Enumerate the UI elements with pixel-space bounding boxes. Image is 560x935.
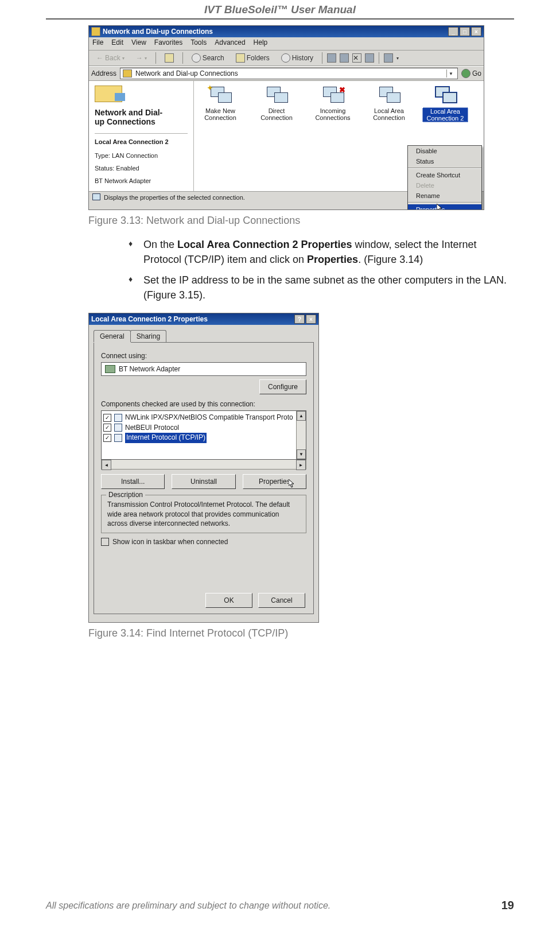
- search-button[interactable]: Search: [188, 52, 228, 64]
- menu-help[interactable]: Help: [254, 38, 268, 49]
- install-button[interactable]: Install...: [101, 474, 165, 489]
- back-button[interactable]: ←Back▾: [92, 53, 129, 63]
- ctx-status[interactable]: Status: [408, 156, 481, 166]
- history-button[interactable]: History: [277, 52, 317, 64]
- checkbox-icon[interactable]: ✓: [103, 424, 111, 432]
- connection-lac[interactable]: Local Area Connection: [366, 86, 412, 121]
- menu-view[interactable]: View: [131, 38, 146, 49]
- ctx-create-shortcut[interactable]: Create Shortcut: [408, 170, 481, 180]
- description-group: Description Transmission Control Protoco…: [101, 495, 306, 533]
- address-input[interactable]: Network and Dial-up Connections ▼: [120, 68, 458, 79]
- scroll-right-icon[interactable]: ►: [296, 460, 306, 470]
- maximize-icon[interactable]: □: [460, 27, 470, 36]
- components-label: Components checked are used by this conn…: [101, 400, 306, 408]
- dialog-title: Local Area Connection 2 Properties: [91, 315, 208, 323]
- undo-icon[interactable]: [365, 53, 374, 63]
- toolbar: ←Back▾ →▾ Search Folders History ✕ ▾: [89, 51, 484, 66]
- go-button[interactable]: Go: [461, 69, 481, 78]
- up-button[interactable]: [161, 52, 178, 64]
- tool-icon-2[interactable]: [340, 53, 349, 63]
- page-number: 19: [501, 899, 514, 912]
- tool-icon-1[interactable]: [327, 53, 336, 63]
- scroll-up-icon[interactable]: ▲: [297, 411, 306, 421]
- connection-direct[interactable]: Direct Connection: [254, 86, 300, 121]
- menu-tools[interactable]: Tools: [190, 38, 207, 49]
- page-header: IVT BlueSoleil™ User Manual: [46, 0, 514, 18]
- show-icon-label: Show icon in taskbar when connected: [112, 538, 228, 546]
- tab-sharing[interactable]: Sharing: [130, 330, 166, 342]
- figure-network-window: Network and Dial-up Connections _ □ × Fi…: [88, 25, 484, 210]
- footer-text: All specifications are preliminary and s…: [46, 901, 330, 911]
- dialog-titlebar[interactable]: Local Area Connection 2 Properties ? ×: [89, 313, 318, 325]
- wizard-star-icon: ✦: [207, 83, 213, 92]
- ctx-rename[interactable]: Rename: [408, 191, 481, 201]
- connection-lac2[interactable]: Local Area Connection 2: [422, 86, 468, 122]
- show-icon-checkbox[interactable]: Show icon in taskbar when connected: [101, 538, 306, 546]
- sidebar-adapter: BT Network Adapter: [95, 177, 188, 184]
- protocol-icon: [114, 424, 122, 432]
- connection-icon: [92, 193, 100, 201]
- bullet-list: On the Local Area Connection 2 Propertie…: [106, 237, 514, 302]
- menu-advanced[interactable]: Advanced: [215, 38, 245, 49]
- folders-button[interactable]: Folders: [232, 52, 274, 64]
- configure-button[interactable]: Configure: [259, 379, 306, 394]
- ctx-disable[interactable]: Disable: [408, 146, 481, 156]
- close-icon[interactable]: ×: [471, 27, 481, 36]
- tab-general[interactable]: General: [94, 330, 131, 342]
- statusbar-text: Displays the properties of the selected …: [104, 194, 245, 201]
- history-icon: [281, 53, 290, 63]
- properties-button[interactable]: Properties: [243, 474, 306, 489]
- protocol-icon: [114, 434, 122, 442]
- figure1-caption: Figure 3.13: Network and Dial-up Connect…: [88, 215, 514, 227]
- component-row-tcpip[interactable]: ✓ Internet Protocol (TCP/IP): [103, 433, 294, 443]
- app-icon: [91, 27, 100, 36]
- vertical-scrollbar[interactable]: ▲ ▼: [296, 411, 306, 459]
- close-icon[interactable]: ×: [306, 315, 316, 324]
- context-menu: Disable Status Create Shortcut Delete Re…: [407, 145, 482, 210]
- header-rule: [46, 18, 514, 20]
- cancel-button[interactable]: Cancel: [258, 593, 305, 608]
- scroll-left-icon[interactable]: ◄: [102, 460, 111, 470]
- address-label: Address: [91, 69, 116, 77]
- horizontal-scrollbar[interactable]: ◄ ►: [101, 460, 306, 470]
- checkbox-icon[interactable]: ✓: [103, 434, 111, 442]
- figure-properties-dialog: Local Area Connection 2 Properties ? × G…: [88, 313, 319, 623]
- adapter-field[interactable]: BT Network Adapter: [101, 362, 306, 376]
- description-text: Transmission Control Protocol/Internet P…: [107, 500, 300, 528]
- uninstall-button[interactable]: Uninstall: [172, 474, 235, 489]
- views-icon[interactable]: [384, 53, 393, 63]
- menu-edit[interactable]: Edit: [111, 38, 123, 49]
- disabled-x-icon: ✖: [339, 86, 345, 94]
- window-title: Network and Dial-up Connections: [103, 28, 213, 36]
- component-row[interactable]: ✓ NetBEUI Protocol: [103, 423, 294, 433]
- ok-button[interactable]: OK: [205, 593, 252, 608]
- menubar: File Edit View Favorites Tools Advanced …: [89, 37, 484, 51]
- connection-make-new[interactable]: ✦ Make New Connection: [197, 86, 243, 121]
- delete-icon[interactable]: ✕: [352, 53, 361, 63]
- addressbar: Address Network and Dial-up Connections …: [89, 66, 484, 81]
- folder-up-icon: [165, 53, 174, 63]
- checkbox-icon[interactable]: [101, 538, 109, 546]
- address-dropdown-icon[interactable]: ▼: [446, 69, 455, 77]
- menu-favorites[interactable]: Favorites: [154, 38, 182, 49]
- menu-file[interactable]: File: [92, 38, 103, 49]
- ctx-properties[interactable]: Properties: [408, 204, 481, 210]
- search-icon: [192, 53, 201, 63]
- tabstrip: General Sharing: [94, 329, 314, 342]
- scroll-down-icon[interactable]: ▼: [297, 449, 306, 459]
- bullet-1: On the Local Area Connection 2 Propertie…: [129, 237, 514, 267]
- tab-panel-general: Connect using: BT Network Adapter Config…: [94, 342, 314, 614]
- checkbox-icon[interactable]: ✓: [103, 414, 111, 422]
- connection-incoming[interactable]: ✖ Incoming Connections: [310, 86, 356, 121]
- protocol-icon: [114, 414, 122, 422]
- minimize-icon[interactable]: _: [448, 27, 458, 36]
- info-sidebar: Network and Dial-up Connections Local Ar…: [89, 81, 194, 191]
- help-icon[interactable]: ?: [294, 315, 305, 324]
- sidebar-type: Type: LAN Connection: [95, 152, 188, 159]
- components-listbox[interactable]: ✓ NWLink IPX/SPX/NetBIOS Compatible Tran…: [101, 410, 306, 460]
- component-row[interactable]: ✓ NWLink IPX/SPX/NetBIOS Compatible Tran…: [103, 413, 294, 422]
- titlebar[interactable]: Network and Dial-up Connections _ □ ×: [89, 26, 484, 37]
- sidebar-title: Network and Dial-up Connections: [95, 108, 188, 126]
- forward-button[interactable]: →▾: [132, 53, 151, 63]
- folder-icon: [95, 86, 122, 102]
